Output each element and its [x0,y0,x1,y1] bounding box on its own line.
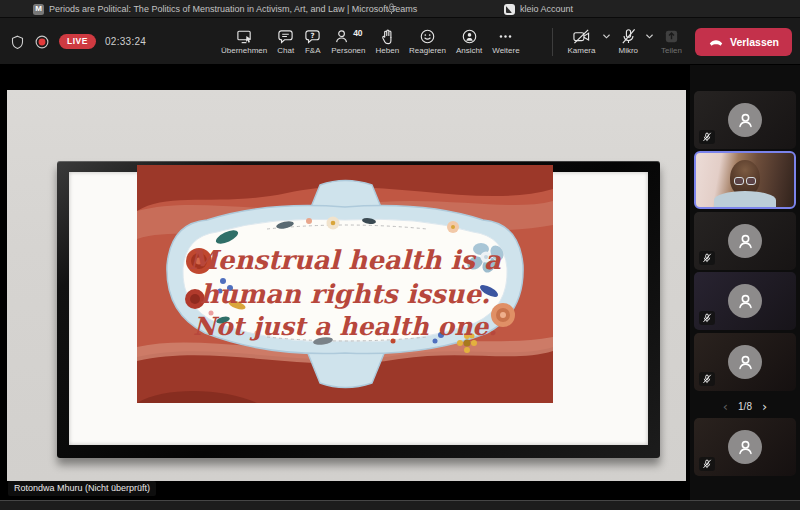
previous-page-chevron-icon[interactable]: ‹ [723,400,728,413]
people-icon [334,28,351,45]
slide-text-line2: human rights issue. [200,279,490,309]
person-icon [736,438,755,457]
view-person-icon [461,28,478,45]
leave-button[interactable]: Verlassen [695,28,792,56]
qa-label: F&A [305,47,321,55]
avatar [728,430,762,464]
react-label: Reagieren [409,47,446,55]
leave-label: Verlassen [730,36,779,48]
window-bottom-strip [0,500,800,510]
presenter-name-label: Rotondwa Mhuru (Nicht überprüft) [8,481,156,496]
raised-hand-icon [379,28,396,45]
person-icon [736,232,755,251]
share-button: Teilen [656,20,687,64]
svg-text:?: ? [311,31,315,40]
person-icon [736,353,755,372]
people-button[interactable]: 40 Personen [326,20,370,64]
chat-label: Chat [277,47,294,55]
participant-tile[interactable] [694,333,796,391]
shield-icon [10,34,25,50]
participant-tile[interactable] [694,91,796,149]
meeting-timer: 02:33:24 [105,36,146,47]
participant-tile[interactable] [694,418,796,476]
meeting-toolbar: LIVE 02:33:24 Übernehmen Chat [0,18,800,65]
account-icon [504,4,515,15]
avatar [728,345,762,379]
titlebar-mic-icon [386,3,397,15]
active-speaker-video-tile[interactable] [694,151,796,209]
participants-sidebar: ‹ 1/8 › [690,65,800,500]
view-button[interactable]: Ansicht [451,20,487,64]
avatar [728,284,762,318]
react-button[interactable]: Reagieren [404,20,451,64]
toolbar-divider [552,28,553,56]
screen-takeover-icon [236,28,253,45]
mic-muted-icon [699,372,715,386]
mic-muted-icon [699,130,715,144]
raise-hand-label: Heben [376,47,400,55]
question-bubble-icon: ? [304,28,321,45]
hang-up-icon [708,37,724,47]
person-icon [736,292,755,311]
take-control-button[interactable]: Übernehmen [216,20,272,64]
slide-artwork: Menstrual health is a human rights issue… [137,165,553,403]
camera-label: Kamera [567,47,595,55]
teams-meeting-window: M Periods are Political: The Politics of… [0,0,800,510]
camera-chevron-icon[interactable] [602,33,611,40]
speaker-glasses [732,177,758,185]
people-label: Personen [331,47,365,55]
qa-button[interactable]: ? F&A [299,20,326,64]
view-label: Ansicht [456,47,482,55]
slide-text-line1: Menstrual health is a [189,245,502,275]
camera-off-icon [572,28,591,45]
mic-button[interactable]: Mikro [613,20,643,64]
more-label: Weitere [492,47,519,55]
mic-chevron-icon[interactable] [645,33,654,40]
mic-muted-icon [699,311,715,325]
participant-tile[interactable] [694,272,796,330]
more-dots-icon [497,28,514,45]
speaker-shirt [714,191,776,209]
participant-count-badge: 40 [353,29,362,38]
mic-muted-icon [699,251,715,265]
raise-hand-button[interactable]: Heben [371,20,405,64]
more-button[interactable]: Weitere [487,20,524,64]
avatar [728,224,762,258]
window-title-group: M Periods are Political: The Politics of… [33,0,417,18]
share-icon [663,28,680,45]
participants-pagination: ‹ 1/8 › [694,396,796,416]
mic-muted-icon [699,457,715,471]
pagination-label: 1/8 [738,401,752,412]
toolbar-center-group: Übernehmen Chat ? F&A [216,18,525,65]
recording-indicator-icon[interactable] [34,34,50,50]
take-control-label: Übernehmen [221,47,267,55]
next-page-chevron-icon[interactable]: › [762,400,767,413]
avatar [728,103,762,137]
person-icon [736,111,755,130]
share-label: Teilen [661,47,682,55]
account-chip[interactable]: kleio Account [504,0,573,18]
account-label: kleio Account [520,4,573,14]
mic-off-icon [620,28,637,45]
chat-icon [277,28,294,45]
live-badge: LIVE [59,34,96,48]
smiley-icon [419,28,436,45]
title-bar: M Periods are Political: The Politics of… [0,0,800,18]
participant-tile[interactable] [694,212,796,270]
mic-label: Mikro [618,47,638,55]
camera-button[interactable]: Kamera [562,20,600,64]
toolbar-left-group: LIVE 02:33:24 [10,18,146,65]
meeting-stage: Menstrual health is a human rights issue… [0,65,690,500]
chat-button[interactable]: Chat [272,20,299,64]
toolbar-right-group: Kamera Mikro Teilen [543,18,792,65]
window-title: Periods are Political: The Politics of M… [49,4,417,14]
teams-app-icon: M [33,4,44,15]
slide-text-line3: Not just a health one. [193,312,497,341]
